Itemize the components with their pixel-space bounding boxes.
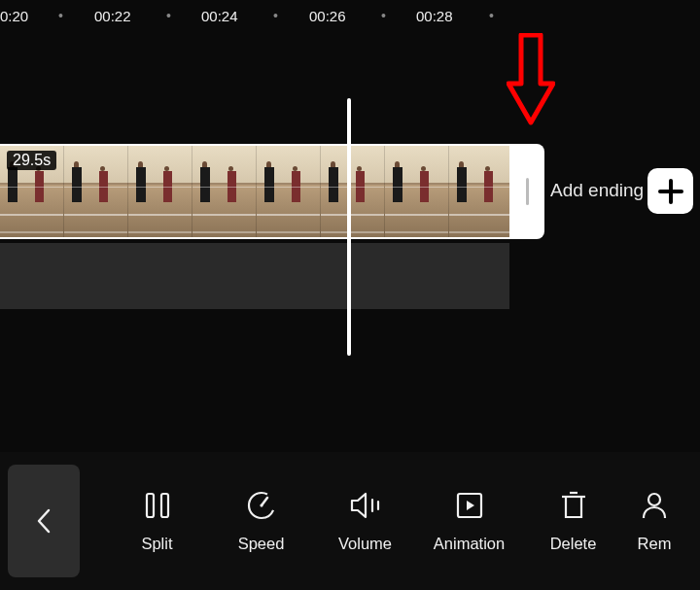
playhead[interactable] <box>347 98 351 356</box>
speed-button[interactable]: Speed <box>209 490 313 553</box>
add-ending-label: Add ending <box>550 180 644 201</box>
split-icon <box>142 490 173 521</box>
ruler-dot: • <box>381 8 386 23</box>
speed-icon <box>246 490 277 521</box>
tool-label: Split <box>141 535 172 553</box>
clip-trim-handle-right[interactable] <box>509 144 544 239</box>
clip-duration-badge: 29.5s <box>7 151 56 170</box>
split-button[interactable]: Split <box>105 490 209 553</box>
ruler-tick: 00:28 <box>416 8 453 24</box>
delete-icon <box>558 490 589 521</box>
tool-label: Animation <box>434 535 505 553</box>
volume-icon <box>350 490 381 521</box>
annotation-arrow-icon <box>507 33 555 126</box>
ruler-dot: • <box>489 8 494 23</box>
time-ruler[interactable]: 0:20 • 00:22 • 00:24 • 00:26 • 00:28 • <box>0 0 700 29</box>
audio-track[interactable] <box>0 243 509 309</box>
svg-rect-3 <box>161 494 168 517</box>
person-icon <box>639 490 670 521</box>
toolbar: Split Speed Volume Animation <box>0 452 700 590</box>
ruler-dot: • <box>166 8 171 23</box>
tool-label: Speed <box>238 535 285 553</box>
volume-button[interactable]: Volume <box>313 490 417 553</box>
editor-root: 0:20 • 00:22 • 00:24 • 00:26 • 00:28 • 2… <box>0 0 700 590</box>
ruler-dot: • <box>58 8 63 23</box>
svg-point-14 <box>648 494 660 505</box>
plus-icon <box>657 178 684 205</box>
add-ending-button[interactable] <box>648 168 693 214</box>
tool-label: Rem <box>638 535 672 553</box>
ruler-tick: 00:26 <box>309 8 346 24</box>
tool-label: Volume <box>338 535 392 553</box>
ruler-dot: • <box>273 8 278 23</box>
remove-background-button[interactable]: Rem <box>625 490 683 553</box>
ruler-tick: 00:22 <box>94 8 131 24</box>
ruler-tick: 0:20 <box>0 8 28 24</box>
ruler-tick: 00:24 <box>201 8 238 24</box>
chevron-left-icon <box>34 507 53 535</box>
svg-point-6 <box>260 503 262 506</box>
svg-marker-11 <box>467 501 474 510</box>
back-button[interactable] <box>8 465 80 577</box>
svg-line-5 <box>262 498 267 505</box>
tool-label: Delete <box>550 535 597 553</box>
video-clip[interactable] <box>0 144 509 239</box>
svg-rect-2 <box>147 494 154 517</box>
animation-button[interactable]: Animation <box>417 490 521 553</box>
animation-icon <box>454 490 485 521</box>
delete-button[interactable]: Delete <box>521 490 625 553</box>
